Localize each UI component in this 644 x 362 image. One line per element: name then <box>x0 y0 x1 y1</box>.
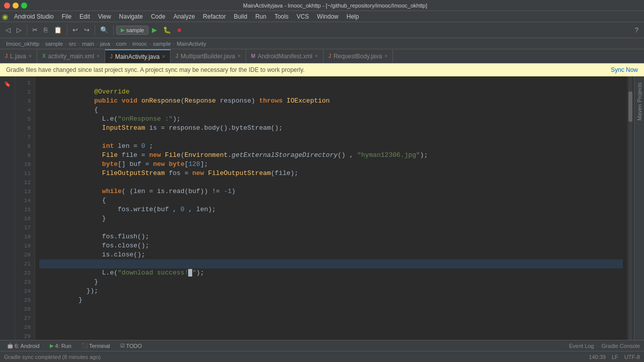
string-onresponse: "onResponse :" <box>118 115 173 123</box>
menu-build[interactable]: Build <box>230 12 252 21</box>
menu-vcs[interactable]: VCS <box>292 12 313 21</box>
line-num-28: 28 <box>15 323 35 332</box>
code-editor[interactable]: @Override public void onResponse(Respons… <box>35 76 627 340</box>
right-scrollbar[interactable] <box>627 76 634 340</box>
maven-projects-tab[interactable]: Maven Projects <box>635 78 643 125</box>
status-message: Gradle sync completed (8 minutes ago) <box>4 354 589 360</box>
toolbar-search-btn[interactable]: 🔍 <box>98 25 111 35</box>
kw-public: public <box>94 97 118 105</box>
tab-label-requestbody: RequestBody.java <box>334 53 382 60</box>
toolbar-help-btn[interactable]: ? <box>632 25 641 35</box>
breadcrumb-sample[interactable]: sample <box>43 41 65 47</box>
menu-code[interactable]: Code <box>147 12 170 21</box>
tab-close-manifest[interactable]: × <box>315 53 318 59</box>
toolbar-redo-btn[interactable]: ↪ <box>82 25 92 35</box>
line-num-25: 25 <box>15 296 35 305</box>
android-tab-label: 6: Android <box>15 343 40 349</box>
run-btn[interactable]: ▶ <box>149 25 159 35</box>
breadcrumb-root[interactable]: Imooc_okhttp <box>4 41 41 47</box>
toolbar-copy-btn[interactable]: ⎘ <box>41 25 50 35</box>
tab-multipart-java[interactable]: J MultipartBuilder.java × <box>171 49 246 63</box>
tab-close-multipart[interactable]: × <box>237 53 240 59</box>
menu-tools[interactable]: Tools <box>270 12 292 21</box>
code-line-23: }); <box>39 278 623 287</box>
line-num-16: 16 <box>15 214 35 223</box>
tab-label-multipart: MultipartBuilder.java <box>181 53 235 60</box>
sync-now-link[interactable]: Sync Now <box>611 66 638 73</box>
event-log-btn[interactable]: Event Log <box>569 343 594 349</box>
class-environment: Environment <box>185 151 228 159</box>
toolbar-sep-3 <box>95 25 95 35</box>
tab-requestbody-java[interactable]: J RequestBody.java × <box>324 49 393 63</box>
tab-close-l-java[interactable]: × <box>29 53 32 59</box>
tab-close-requestbody[interactable]: × <box>384 53 387 59</box>
debug-btn[interactable]: 🐛 <box>160 25 174 35</box>
scrollbar-thumb[interactable] <box>628 92 632 122</box>
line-num-22: 22 <box>15 268 35 278</box>
todo-tab[interactable]: ☑ TODO <box>117 342 145 350</box>
toolbar-back-btn[interactable]: ◁ <box>3 25 13 35</box>
toolbar-undo-btn[interactable]: ↩ <box>70 25 80 35</box>
close-button[interactable] <box>4 3 10 9</box>
toolbar-cut-btn[interactable]: ✂ <box>30 25 40 35</box>
menu-refactor[interactable]: Refactor <box>199 12 229 21</box>
menu-edit[interactable]: Edit <box>75 12 94 21</box>
cursor-position: 140:39 <box>589 354 606 360</box>
menu-window[interactable]: Window <box>313 12 343 21</box>
line-num-13: 13 <box>15 187 35 196</box>
line-num-12: 12 <box>15 178 35 187</box>
todo-tab-label: TODO <box>126 343 142 349</box>
menu-android-studio[interactable]: Android Studio <box>10 12 58 21</box>
minimize-button[interactable] <box>13 3 19 9</box>
terminal-tab-label: Terminal <box>89 343 110 349</box>
tab-close-activity-xml[interactable]: × <box>97 53 100 59</box>
type-file: File <box>102 151 118 159</box>
annotation-override: @Override <box>94 88 129 96</box>
android-tab[interactable]: 🤖 6: Android <box>4 342 43 350</box>
toolbar-sep-2 <box>67 25 67 35</box>
run-config-icon: ▶ <box>121 27 125 33</box>
menu-file[interactable]: File <box>58 12 75 21</box>
toolbar-sep-1 <box>27 25 27 35</box>
menu-view[interactable]: View <box>94 12 115 21</box>
line-num-17: 17 <box>15 223 35 232</box>
terminal-tab[interactable]: ⬛ Terminal <box>78 342 113 350</box>
toolbar-forward-btn[interactable]: ▷ <box>14 25 24 35</box>
tab-close-mainactivity[interactable]: × <box>162 54 165 59</box>
line-num-6: 6 <box>15 124 35 133</box>
menu-run[interactable]: Run <box>251 12 270 21</box>
run-tab[interactable]: ▶ 4: Run <box>47 342 74 350</box>
traffic-lights <box>4 3 27 9</box>
type-ioexception: IOException <box>287 97 330 105</box>
tab-manifest[interactable]: M AndroidManifest.xml × <box>246 49 324 63</box>
num-128: 128 <box>189 160 200 168</box>
breadcrumb-com[interactable]: com <box>114 41 129 47</box>
gutter-bookmark-icon[interactable]: 🔖 <box>2 78 13 89</box>
line-num-2: 2 <box>15 87 35 97</box>
tab-label-activity-xml: activity_main.xml <box>48 53 94 60</box>
breadcrumb-java[interactable]: java <box>98 41 112 47</box>
breadcrumb-main[interactable]: main <box>80 41 96 47</box>
breadcrumb-sample2[interactable]: sample <box>151 41 173 47</box>
scrollbar-track[interactable] <box>628 76 632 340</box>
menu-analyze[interactable]: Analyze <box>170 12 199 21</box>
breadcrumb-imooc[interactable]: imooc <box>130 41 149 47</box>
num-0-len: 0 <box>141 142 145 150</box>
gradle-console-btn[interactable]: Gradle Console <box>602 343 640 349</box>
status-right: 140:39 LF UTF-8 <box>589 354 640 360</box>
tab-l-java[interactable]: J L.java × <box>0 49 37 63</box>
run-configuration[interactable]: ▶ sample <box>116 26 148 35</box>
stop-btn[interactable]: ■ <box>175 25 184 35</box>
tab-activity-xml[interactable]: X activity_main.xml × <box>37 49 105 63</box>
toolbar-paste-btn[interactable]: 📋 <box>51 25 64 35</box>
menu-navigate[interactable]: Navigate <box>115 12 147 21</box>
menu-help[interactable]: Help <box>343 12 363 21</box>
breadcrumb-mainactivity[interactable]: MainActivity <box>175 41 208 47</box>
tab-mainactivity-java[interactable]: J MainActivity.java × <box>105 49 171 63</box>
gradle-message: Gradle files have changed since last pro… <box>6 66 611 73</box>
maximize-button[interactable] <box>21 3 27 9</box>
breadcrumb-src[interactable]: src <box>67 41 78 47</box>
string-close-paren: " <box>192 269 196 277</box>
class-file-new: File <box>165 151 181 159</box>
left-gutter: 🔖 <box>0 76 15 340</box>
